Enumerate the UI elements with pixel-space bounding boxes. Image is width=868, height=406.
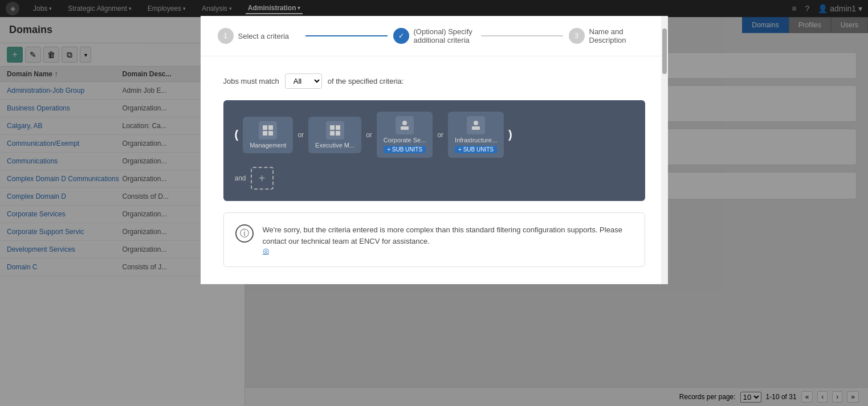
svg-point-8 bbox=[402, 121, 407, 125]
add-criteria-button[interactable]: + bbox=[251, 167, 274, 190]
svg-point-10 bbox=[474, 121, 478, 125]
criteria-modal: 1 Select a criteria ✓ (Optional) Specify… bbox=[201, 16, 668, 284]
or-label-1: or bbox=[298, 131, 304, 139]
filter-chip-executive[interactable]: Executive M... bbox=[308, 117, 361, 153]
step-3: 3 Name and Description bbox=[569, 27, 651, 44]
modal-overlay: 1 Select a criteria ✓ (Optional) Specify… bbox=[0, 0, 868, 406]
step-2-circle: ✓ bbox=[393, 28, 409, 44]
filter-chip-infrastructure[interactable]: Infrastructure... + SUB UNITS bbox=[448, 112, 504, 158]
filter-and-row: and + bbox=[235, 167, 634, 190]
info-content: We're sorry, but the criteria entered is… bbox=[263, 224, 633, 255]
chip-executive-label: Executive M... bbox=[315, 142, 354, 149]
filter-chip-management[interactable]: Management bbox=[243, 117, 293, 153]
info-message: We're sorry, but the criteria entered is… bbox=[263, 224, 633, 247]
jobs-match-select[interactable]: All Any bbox=[285, 73, 322, 89]
svg-rect-0 bbox=[263, 125, 267, 130]
filter-chip-corporate[interactable]: Corporate Se... + SUB UNITS bbox=[377, 112, 433, 158]
and-label: and bbox=[235, 174, 246, 182]
modal-body: Jobs must match All Any of the specified… bbox=[201, 56, 668, 284]
executive-icon bbox=[326, 121, 344, 140]
close-paren: ) bbox=[508, 128, 512, 141]
filter-row-main: ( Management or bbox=[235, 112, 634, 158]
svg-rect-7 bbox=[336, 131, 340, 136]
or-label-3: or bbox=[437, 131, 443, 139]
svg-rect-1 bbox=[268, 125, 273, 130]
info-icon: ⓘ bbox=[235, 224, 254, 243]
open-paren: ( bbox=[235, 128, 239, 141]
svg-rect-6 bbox=[330, 131, 335, 136]
modal-scrollbar[interactable] bbox=[661, 16, 668, 284]
svg-rect-2 bbox=[263, 131, 267, 136]
or-label-2: or bbox=[366, 131, 372, 139]
svg-rect-11 bbox=[472, 126, 480, 130]
modal-scrollbar-thumb bbox=[662, 28, 667, 74]
jobs-match-suffix: of the specified criteria: bbox=[328, 77, 404, 85]
modal-steps: 1 Select a criteria ✓ (Optional) Specify… bbox=[201, 16, 668, 56]
infrastructure-icon bbox=[467, 116, 485, 134]
step-1-label: Select a criteria bbox=[238, 32, 290, 40]
chip-infrastructure-label: Infrastructure... bbox=[455, 137, 497, 143]
corporate-icon bbox=[396, 116, 414, 134]
step-1: 1 Select a criteria bbox=[218, 28, 300, 44]
step-2-label: (Optional) Specify additional criteria bbox=[414, 27, 475, 44]
step-3-circle: 3 bbox=[569, 28, 585, 44]
sub-units-badge-infrastructure[interactable]: + SUB UNITS bbox=[455, 146, 497, 153]
chip-corporate-label: Corporate Se... bbox=[384, 137, 426, 143]
filter-criteria-box: ( Management or bbox=[223, 100, 645, 201]
svg-rect-4 bbox=[330, 125, 335, 130]
step-3-label: Name and Description bbox=[589, 27, 651, 44]
info-link[interactable]: ◎ bbox=[263, 247, 633, 255]
jobs-match-label: Jobs must match bbox=[223, 77, 279, 85]
svg-rect-3 bbox=[268, 131, 273, 136]
svg-rect-5 bbox=[336, 125, 340, 130]
sub-units-badge-corporate[interactable]: + SUB UNITS bbox=[384, 146, 426, 153]
step-line-1 bbox=[305, 35, 388, 36]
step-line-2 bbox=[481, 35, 563, 36]
step-1-circle: 1 bbox=[218, 28, 234, 44]
svg-rect-9 bbox=[401, 126, 409, 130]
chip-management-label: Management bbox=[250, 142, 286, 149]
criteria-match-row: Jobs must match All Any of the specified… bbox=[223, 73, 645, 89]
info-box: ⓘ We're sorry, but the criteria entered … bbox=[223, 212, 645, 267]
management-icon bbox=[259, 121, 277, 140]
step-2: ✓ (Optional) Specify additional criteria bbox=[393, 27, 475, 44]
